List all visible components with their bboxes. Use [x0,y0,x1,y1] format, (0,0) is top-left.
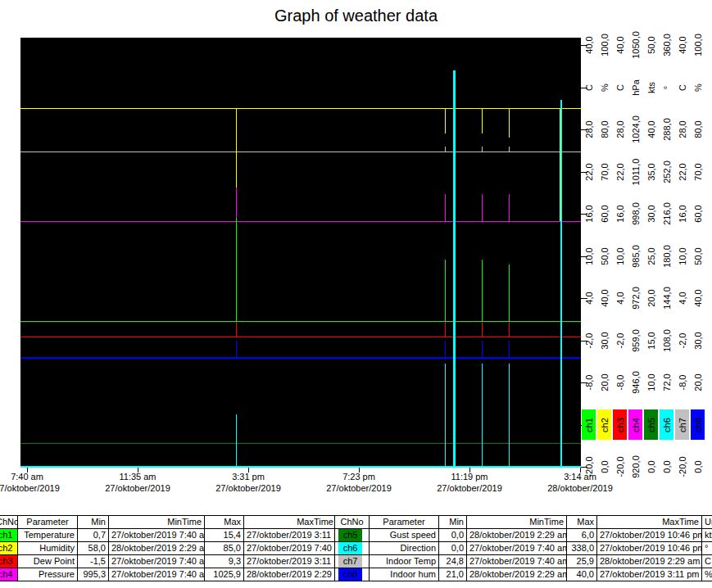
stats-header-parameter: Parameter [18,516,78,529]
ch2-min-time: 28/oktober/2019 2:29 am [109,542,205,555]
plot-background [20,38,581,468]
time-axis-label: 11:35 am27/oktober/2019 [80,471,195,494]
ch5-max-time: 27/oktober/2019 10:46 pm [597,529,702,542]
ch7-parameter: Indoor Temp [370,555,439,568]
date-label: 27/oktober/2019 [302,482,416,494]
plot-area[interactable] [20,38,581,468]
right-axis-tick [581,172,587,173]
stats-row-ch4: ch4Pressure995,327/oktober/2019 7:40 am1… [0,568,361,581]
ch4-max: 1025,9 [205,568,244,581]
channel-chip-ch5: ch5 [335,529,370,542]
ch8-max: 40,0 [567,568,597,581]
time-axis-label: 3:14 am28/oktober/2019 [523,471,637,494]
ch1-min: 0,7 [78,529,109,542]
channel-chip-ch8: ch8 [335,568,370,581]
axis-unit-label-ch2: % [598,47,611,129]
stats-header-min: Min [439,516,467,529]
right-axis-tick [581,214,587,215]
ch2-max-time: 27/oktober/2019 7:40 am [244,542,337,555]
stats-row-ch8: ch8Indoor hum21,028/oktober/2019 2:29 am… [335,568,712,581]
ch7-min-time: 27/oktober/2019 7:40 am [467,555,567,568]
stats-row-ch1: ch1Temperature0,727/oktober/2019 7:40 am… [0,529,361,542]
ch7-max-time: 28/oktober/2019 2:29 am [597,555,702,568]
channel-chip-ch7: ch7 [335,555,370,568]
axis-unit-label-ch4: hPa [629,47,642,129]
weather-plot[interactable] [20,38,581,468]
axis-unit-label-ch3: C [614,47,627,129]
ch5-max: 6,0 [567,529,597,542]
stats-header-min: Min [78,516,109,529]
right-axis-tick [581,88,587,88]
ch1-min-time: 27/oktober/2019 7:40 am [109,529,205,542]
stats-header-mintime: MinTime [109,516,205,529]
ch7-max: 25,9 [567,555,597,568]
time-axis-label: 11:19 pm27/oktober/2019 [412,471,527,494]
channel-chip-inner: ch6 [338,542,362,554]
legend-label-ch2: ch2 [598,384,611,466]
ch6-max: 338,0 [567,542,597,555]
ch6-min: 0,0 [439,542,467,555]
ch6-unit: ° [702,542,712,555]
date-label: 27/oktober/2019 [0,482,84,494]
channel-chip-ch6: ch6 [335,542,370,555]
ch8-max-time: 27/oktober/2019 3:11 pm [597,568,702,581]
ch1-parameter: Temperature [18,529,78,542]
ch8-min: 21,0 [439,568,467,581]
time-label: 3:31 pm [191,471,306,482]
date-label: 27/oktober/2019 [80,482,195,494]
time-label: 7:40 am [0,471,84,482]
ch7-unit: C [702,555,712,568]
ch4-parameter: Pressure [18,568,78,581]
stats-header-maxtime: MaxTime [597,516,702,529]
axis-unit-label-ch7: C [676,47,689,129]
stats-header-chno: ChNo [335,516,370,529]
right-axis-tick [581,341,587,341]
ch2-max: 85,0 [205,542,244,555]
weather-graph-window: Graph of weather data 40,028,022,016,010… [0,0,712,588]
right-axis-tick [581,45,587,46]
time-axis-label: 7:23 pm27/oktober/2019 [302,471,416,494]
channel-chip-ch2: ch2 [0,542,18,555]
channel-chip-ch1: ch1 [0,529,18,542]
channel-chip-ch3: ch3 [0,555,18,568]
time-label: 7:23 pm [302,471,416,482]
ch2-min: 58,0 [78,542,109,555]
ch3-parameter: Dew Point [18,555,78,568]
time-label: 3:14 am [523,471,637,482]
stats-header-row: ChNoParameterMinMinTimeMaxMaxTimeUnit [0,516,361,529]
date-label: 27/oktober/2019 [412,482,527,494]
ch6-min-time: 27/oktober/2019 7:40 am [467,542,567,555]
ch6-max-time: 27/oktober/2019 10:46 pm [597,542,702,555]
ch4-min-time: 27/oktober/2019 7:40 am [109,568,205,581]
time-label: 11:35 am [80,471,195,482]
channel-chip-inner: ch7 [338,555,362,568]
ch3-min-time: 27/oktober/2019 7:40 am [109,555,205,568]
ch5-min-time: 28/oktober/2019 2:29 am [467,529,567,542]
legend-label-ch3: ch3 [614,384,627,466]
legend-label-ch1: ch1 [583,384,596,466]
ch8-parameter: Indoor hum [370,568,439,581]
date-label: 27/oktober/2019 [191,482,306,494]
legend-label-ch7: ch7 [676,384,689,466]
legend-label-ch6: ch6 [660,384,673,466]
legend-label-ch8: ch8 [692,384,705,466]
ch3-max: 9,3 [205,555,244,568]
date-label: 28/oktober/2019 [523,482,637,494]
stats-table-right: ChNoParameterMinMinTimeMaxMaxTimeUnitch5… [334,515,712,581]
stats-header-mintime: MinTime [467,516,567,529]
stats-table-left: ChNoParameterMinMinTimeMaxMaxTimeUnitch1… [0,515,361,581]
time-axis-label: 7:40 am27/oktober/2019 [0,471,84,494]
ch8-unit: % [702,568,712,581]
ch2-parameter: Humidity [18,542,78,555]
stats-row-ch7: ch7Indoor Temp24,827/oktober/2019 7:40 a… [335,555,712,568]
stats-header-max: Max [205,516,244,529]
stats-row-ch3: ch3Dew Point-1,527/oktober/2019 7:40 am9… [0,555,361,568]
ch3-min: -1,5 [78,555,109,568]
ch7-min: 24,8 [439,555,467,568]
right-axis-tick [581,382,587,383]
stats-header-maxtime: MaxTime [244,516,337,529]
time-axis-label: 3:31 pm27/oktober/2019 [191,471,306,494]
right-axis-tick [581,298,587,299]
ch4-max-time: 28/oktober/2019 2:29 am [244,568,337,581]
ch6-parameter: Direction [370,542,439,555]
